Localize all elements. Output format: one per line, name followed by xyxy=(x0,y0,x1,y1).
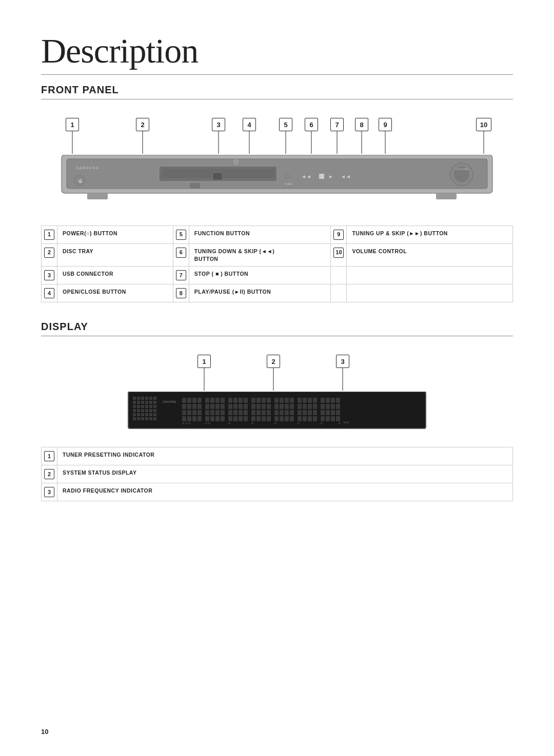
table-row: 3 USB CONNECTOR 7 STOP ( ■ ) BUTTON xyxy=(42,267,513,284)
svg-rect-89 xyxy=(205,398,209,403)
num-badge-4: 4 xyxy=(44,288,54,298)
label-disc-tray: DISC TRAY xyxy=(57,244,173,267)
svg-text:SAMSUNG: SAMSUNG xyxy=(76,166,100,170)
svg-rect-150 xyxy=(280,416,284,421)
svg-rect-133 xyxy=(251,416,255,421)
svg-rect-53 xyxy=(133,409,136,412)
svg-point-15 xyxy=(233,159,239,165)
svg-rect-96 xyxy=(221,404,225,409)
table-row: 4 OPEN/CLOSE BUTTON 8 PLAY/PAUSE (►II) B… xyxy=(42,284,513,302)
svg-rect-188 xyxy=(188,422,190,424)
front-panel-diagram: 1 2 3 4 5 6 7 8 9 10 xyxy=(41,114,513,211)
svg-rect-158 xyxy=(303,404,307,409)
svg-rect-130 xyxy=(256,410,261,415)
svg-rect-101 xyxy=(205,416,209,421)
svg-rect-45 xyxy=(149,401,152,404)
display-table-row-1: 1 TUNER PRESETTING INDICATOR xyxy=(42,447,513,465)
svg-rect-82 xyxy=(187,410,191,415)
svg-rect-98 xyxy=(210,410,214,415)
svg-rect-169 xyxy=(321,398,325,403)
svg-rect-29 xyxy=(436,193,457,199)
display-num-badge-2: 2 xyxy=(44,469,54,479)
svg-rect-85 xyxy=(182,416,186,421)
svg-rect-99 xyxy=(215,410,220,415)
svg-rect-81 xyxy=(182,410,186,415)
svg-rect-74 xyxy=(187,398,191,403)
svg-rect-143 xyxy=(285,404,289,409)
svg-text:⏻: ⏻ xyxy=(78,179,83,183)
svg-rect-110 xyxy=(233,404,238,409)
svg-rect-162 xyxy=(303,410,307,415)
svg-rect-100 xyxy=(221,410,225,415)
svg-rect-144 xyxy=(290,404,294,409)
svg-rect-193 xyxy=(274,422,276,424)
display-table-row-3: 3 RADIO FREQUENCY INDICATOR xyxy=(42,483,513,501)
svg-rect-180 xyxy=(336,410,340,415)
svg-rect-38 xyxy=(145,397,148,400)
svg-rect-175 xyxy=(331,404,335,409)
svg-rect-46 xyxy=(153,401,156,404)
svg-rect-164 xyxy=(313,410,317,415)
svg-rect-181 xyxy=(321,416,325,421)
table-row: 1 POWER(○) BUTTON 5 FUNCTION BUTTON 9 TU… xyxy=(42,226,513,244)
svg-rect-58 xyxy=(153,409,156,412)
svg-rect-195 xyxy=(321,422,323,424)
svg-rect-43 xyxy=(141,401,144,404)
svg-rect-84 xyxy=(197,410,202,415)
svg-rect-61 xyxy=(141,413,144,416)
svg-rect-42 xyxy=(137,401,140,404)
svg-rect-122 xyxy=(256,398,261,403)
svg-rect-126 xyxy=(256,404,261,409)
svg-rect-123 xyxy=(262,398,266,403)
svg-rect-119 xyxy=(239,416,243,421)
svg-rect-75 xyxy=(192,398,196,403)
svg-rect-178 xyxy=(326,410,330,415)
display-heading: DISPLAY xyxy=(41,321,513,336)
front-panel-section: FRONT PANEL 1 2 3 4 5 6 7 8 9 10 xyxy=(41,84,513,302)
svg-rect-62 xyxy=(145,413,148,416)
svg-rect-30 xyxy=(213,173,222,180)
svg-rect-70 xyxy=(153,417,156,420)
label-open-close: OPEN/CLOSE BUTTON xyxy=(57,284,173,302)
svg-rect-55 xyxy=(141,409,144,412)
label-usb: USB CONNECTOR xyxy=(57,267,173,284)
svg-rect-87 xyxy=(192,416,196,421)
svg-rect-44 xyxy=(145,401,148,404)
svg-rect-59 xyxy=(133,413,136,416)
svg-rect-194 xyxy=(298,422,300,424)
svg-rect-151 xyxy=(285,416,289,421)
svg-rect-137 xyxy=(274,398,279,403)
svg-rect-104 xyxy=(221,416,225,421)
front-panel-heading: FRONT PANEL xyxy=(41,84,513,99)
svg-rect-173 xyxy=(321,404,325,409)
svg-rect-128 xyxy=(267,404,271,409)
callout-lines xyxy=(56,114,498,155)
page-title: Description xyxy=(41,31,513,75)
svg-rect-77 xyxy=(182,404,186,409)
svg-rect-141 xyxy=(274,404,279,409)
svg-rect-48 xyxy=(137,405,140,408)
svg-rect-66 xyxy=(137,417,140,420)
svg-rect-94 xyxy=(210,404,214,409)
svg-rect-196 xyxy=(339,422,341,424)
svg-rect-176 xyxy=(336,404,340,409)
num-badge-1: 1 xyxy=(44,230,54,240)
svg-rect-136 xyxy=(267,416,271,421)
svg-rect-132 xyxy=(267,410,271,415)
svg-rect-51 xyxy=(149,405,152,408)
svg-text:FUNC.: FUNC. xyxy=(285,182,293,186)
svg-rect-73 xyxy=(182,398,186,403)
svg-rect-174 xyxy=(326,404,330,409)
display-label-1: TUNER PRESETTING INDICATOR xyxy=(57,447,513,465)
svg-rect-88 xyxy=(197,416,202,421)
svg-rect-90 xyxy=(210,398,214,403)
svg-rect-166 xyxy=(303,416,307,421)
svg-rect-153 xyxy=(298,398,302,403)
svg-text:DISC: DISC xyxy=(163,400,170,403)
svg-rect-154 xyxy=(303,398,307,403)
display-label-3: RADIO FREQUENCY INDICATOR xyxy=(57,483,513,501)
svg-rect-83 xyxy=(192,410,196,415)
label-tuning-up: TUNING UP & SKIP (►►) BUTTON xyxy=(347,226,513,244)
svg-rect-67 xyxy=(141,417,144,420)
svg-rect-190 xyxy=(208,422,210,424)
